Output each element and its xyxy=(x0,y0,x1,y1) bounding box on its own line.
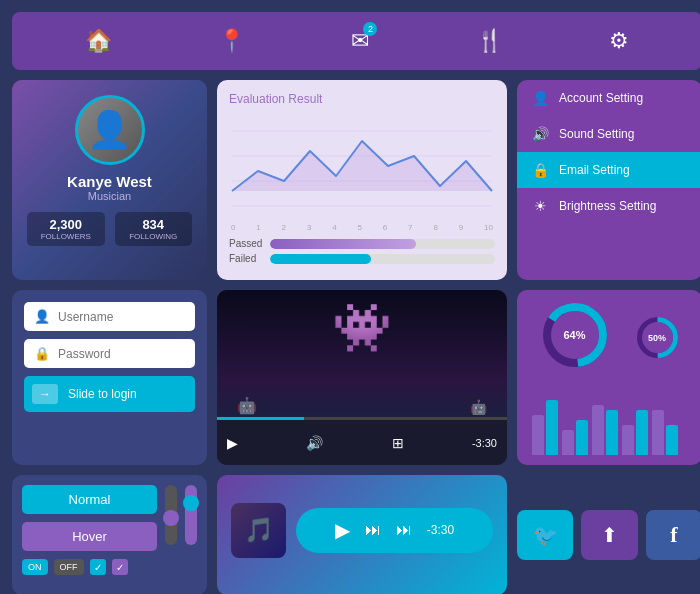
bar-purple-3 xyxy=(592,405,604,455)
failed-bar-bg xyxy=(270,254,495,264)
stats-card: 64% 50% xyxy=(517,290,700,465)
failed-row: Failed xyxy=(229,253,495,264)
followers-label: FOLLOWERS xyxy=(30,232,102,241)
home-nav-item[interactable]: 🏠 xyxy=(85,28,112,54)
normal-button[interactable]: Normal xyxy=(22,485,157,514)
sound-setting-label: Sound Setting xyxy=(559,127,634,141)
bar-blue-3 xyxy=(606,410,618,455)
music-next-button[interactable]: ⏭ xyxy=(365,521,381,539)
evaluation-card: Evaluation Result 0 1 2 3 4 5 6 7 8 xyxy=(217,80,507,280)
buttons-card: Normal Hover ON OFF ✓ ✓ xyxy=(12,475,207,594)
setting-account[interactable]: 👤 Account Setting xyxy=(517,80,700,116)
setting-email[interactable]: 🔒 Email Setting xyxy=(517,152,700,188)
eval-title: Evaluation Result xyxy=(229,92,495,106)
bar-blue-5 xyxy=(666,425,678,455)
bar-purple-2 xyxy=(562,430,574,455)
slide-to-login-button[interactable]: → Slide to login xyxy=(24,376,195,412)
hover-button[interactable]: Hover xyxy=(22,522,157,551)
profile-card: 👤 Kanye West Musician 2,300 FOLLOWERS 83… xyxy=(12,80,207,280)
following-count: 834 xyxy=(118,217,190,232)
music-album-art: 🎵 xyxy=(231,503,286,558)
share-icon: ⬆ xyxy=(601,523,618,547)
twitter-button[interactable]: 🐦 xyxy=(517,510,573,560)
slider-thumb-2[interactable] xyxy=(183,495,199,511)
passed-label: Passed xyxy=(229,238,264,249)
fullscreen-icon[interactable]: ⊞ xyxy=(392,435,404,451)
bar-purple-4 xyxy=(622,425,634,455)
facebook-button[interactable]: f xyxy=(646,510,700,560)
followers-count: 2,300 xyxy=(30,217,102,232)
slider-track-2[interactable] xyxy=(185,485,197,545)
bar-blue-4 xyxy=(636,410,648,455)
setting-brightness[interactable]: ☀ Brightness Setting xyxy=(517,188,700,224)
following-label: FOLLOWING xyxy=(118,232,190,241)
email-setting-label: Email Setting xyxy=(559,163,630,177)
bar-blue-2 xyxy=(576,420,588,455)
eval-chart xyxy=(229,111,495,221)
video-card: 👾 🤖 🤖 ▶ 🔊 ⊞ -3:30 xyxy=(217,290,507,465)
play-icon[interactable]: ▶ xyxy=(227,435,238,451)
music-play-button[interactable]: ▶ xyxy=(335,518,350,542)
progress-section: Passed Failed xyxy=(229,238,495,264)
slide-label: Slide to login xyxy=(68,387,137,401)
facebook-icon: f xyxy=(670,522,677,548)
bar-group-4 xyxy=(622,410,648,455)
passed-bar-bg xyxy=(270,239,495,249)
small-donut: 50% xyxy=(635,315,680,360)
bar-group-2 xyxy=(562,420,588,455)
large-donut: 64% xyxy=(540,300,610,370)
email-icon: 🔒 xyxy=(531,162,549,178)
settings-nav-item[interactable]: ⚙ xyxy=(609,28,629,54)
failed-label: Failed xyxy=(229,253,264,264)
donut-container: 64% 50% xyxy=(527,300,692,370)
mail-badge: 2 xyxy=(363,22,377,36)
slider-area xyxy=(165,485,197,545)
username-field-wrap[interactable]: 👤 xyxy=(24,302,195,331)
brightness-setting-label: Brightness Setting xyxy=(559,199,656,213)
slider-thumb-1[interactable] xyxy=(163,510,179,526)
failed-bar-fill xyxy=(270,254,371,264)
checkbox-blue[interactable]: ✓ xyxy=(90,559,106,575)
music-top: 🎵 ▶ ⏭ ⏭ -3:30 xyxy=(231,503,493,558)
avatar-image: 👤 xyxy=(87,109,132,151)
passed-bar-fill xyxy=(270,239,416,249)
video-controls: ▶ 🔊 ⊞ -3:30 xyxy=(217,420,507,465)
sound-icon: 🔊 xyxy=(531,126,549,142)
profile-name: Kanye West xyxy=(67,173,152,190)
toggle-row: ON OFF ✓ ✓ xyxy=(22,559,157,575)
video-progress-fill xyxy=(217,417,304,420)
checkbox-purple[interactable]: ✓ xyxy=(112,559,128,575)
password-icon: 🔒 xyxy=(34,346,50,361)
volume-icon[interactable]: 🔊 xyxy=(306,435,323,451)
profile-stats: 2,300 FOLLOWERS 834 FOLLOWING xyxy=(27,212,192,246)
mail-nav-item[interactable]: ✉ 2 xyxy=(351,28,369,54)
passed-row: Passed xyxy=(229,238,495,249)
username-input[interactable] xyxy=(58,310,185,324)
account-setting-label: Account Setting xyxy=(559,91,643,105)
password-field-wrap[interactable]: 🔒 xyxy=(24,339,195,368)
bar-purple-1 xyxy=(532,415,544,455)
bar-group-1 xyxy=(532,400,558,455)
bar-purple-5 xyxy=(652,410,664,455)
top-navigation: 🏠 📍 ✉ 2 🍴 ⚙ xyxy=(12,12,700,70)
food-nav-item[interactable]: 🍴 xyxy=(476,28,503,54)
music-time: -3:30 xyxy=(427,523,454,537)
music-skip-button[interactable]: ⏭ xyxy=(396,521,412,539)
video-progress-bar[interactable] xyxy=(217,417,507,420)
toggle-on[interactable]: ON xyxy=(22,559,48,575)
toggle-off[interactable]: OFF xyxy=(54,559,84,575)
music-player: 🎵 ▶ ⏭ ⏭ -3:30 xyxy=(217,475,507,594)
brightness-icon: ☀ xyxy=(531,198,549,214)
share-button[interactable]: ⬆ xyxy=(581,510,637,560)
account-icon: 👤 xyxy=(531,90,549,106)
profile-title: Musician xyxy=(88,190,131,202)
slider-track-1[interactable] xyxy=(165,485,177,545)
location-nav-item[interactable]: 📍 xyxy=(218,28,245,54)
settings-card: 👤 Account Setting 🔊 Sound Setting 🔒 Emai… xyxy=(517,80,700,280)
chart-x-labels: 0 1 2 3 4 5 6 7 8 9 10 xyxy=(229,223,495,232)
setting-sound[interactable]: 🔊 Sound Setting xyxy=(517,116,700,152)
username-icon: 👤 xyxy=(34,309,50,324)
password-input[interactable] xyxy=(58,347,185,361)
avatar: 👤 xyxy=(75,95,145,165)
video-time: -3:30 xyxy=(472,437,497,449)
